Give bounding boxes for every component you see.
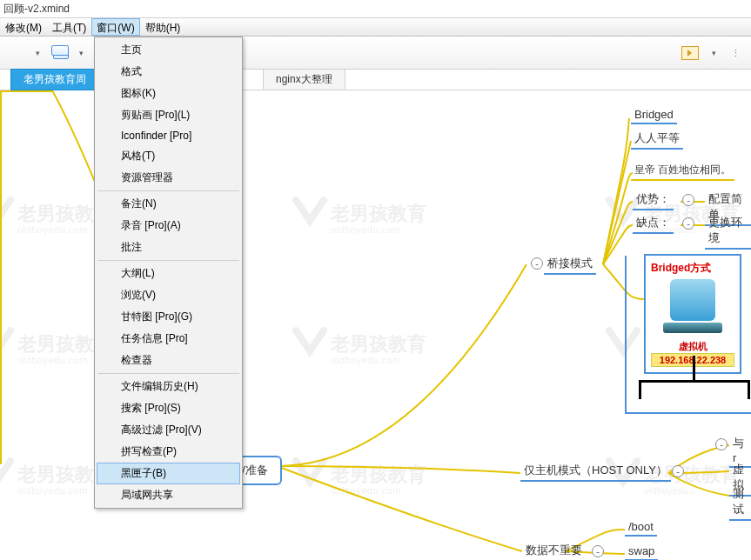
node-data-unimportant[interactable]: 数据不重要 — [522, 543, 586, 560]
menu-item[interactable]: 任务信息 [Pro] — [97, 328, 240, 350]
collapse-handle[interactable]: - — [715, 438, 728, 450]
node-test[interactable]: 测试 — [729, 486, 751, 521]
node-emperor[interactable]: 皇帝 百姓地位相同。 — [631, 163, 734, 181]
present-icon — [681, 46, 699, 60]
menu-item[interactable]: 文件编辑历史(H) — [97, 376, 240, 397]
menu-help[interactable]: 帮助(H) — [140, 18, 186, 36]
toolbar-btn-stack[interactable] — [49, 42, 73, 64]
toolbar-btn-left[interactable] — [5, 42, 30, 64]
menu-item[interactable]: 录音 [Pro](A) — [97, 215, 240, 237]
menu-item[interactable]: 黑匣子(B) — [97, 463, 240, 484]
stack-icon — [53, 47, 69, 59]
toolbar-drop-3[interactable]: ▾ — [709, 49, 718, 57]
menu-window[interactable]: 窗口(W) — [91, 18, 139, 36]
toolbar-present-button[interactable] — [678, 42, 702, 64]
toolbar-drop-1[interactable]: ▾ — [33, 49, 42, 57]
watermark: 老男孩教育oldboyedu.com — [331, 464, 426, 496]
node-bridge-mode[interactable]: 桥接模式 — [544, 256, 596, 275]
node-host-only[interactable]: 仅主机模式（HOST ONLY） — [520, 463, 671, 482]
collapse-handle[interactable]: - — [672, 465, 684, 477]
menu-item[interactable]: 批注 — [97, 237, 240, 258]
menu-modify[interactable]: 修改(M) — [0, 18, 47, 36]
tab-other[interactable]: nginx大整理 — [263, 69, 345, 90]
menu-item[interactable]: 局域网共享 — [97, 484, 240, 506]
toolbar-close-icon[interactable]: ⋮ — [728, 46, 742, 60]
menu-item[interactable]: 备注(N) — [97, 193, 240, 215]
menubar: 修改(M) 工具(T) 窗口(W) 帮助(H) — [0, 17, 751, 37]
node-swap[interactable]: swap — [625, 544, 658, 560]
node-boot[interactable]: /boot — [625, 520, 657, 537]
menu-item[interactable]: 资源管理器 — [97, 167, 240, 189]
menu-item[interactable]: 甘特图 [Pro](G) — [97, 306, 240, 328]
collapse-handle[interactable]: - — [531, 257, 543, 270]
menu-item[interactable]: 搜索 [Pro](S) — [97, 397, 240, 419]
node-equal[interactable]: 人人平等 — [631, 130, 683, 150]
window-menu-dropdown: 主页格式图标(K)剪贴画 [Pro](L)Iconfinder [Pro]风格(… — [94, 37, 243, 509]
menu-tools[interactable]: 工具(T) — [47, 18, 91, 36]
menu-item[interactable]: 格式 — [97, 61, 240, 83]
menu-item[interactable]: Iconfinder [Pro] — [97, 126, 240, 145]
menu-item[interactable]: 检查器 — [97, 350, 240, 371]
node-disadvantage[interactable]: 缺点： — [633, 215, 674, 234]
menu-item[interactable]: 主页 — [97, 39, 240, 61]
menu-item[interactable]: 大纲(L) — [97, 263, 240, 284]
node-advantage[interactable]: 优势： — [633, 191, 674, 210]
watermark: 老男孩教育oldboyedu.com — [331, 203, 426, 235]
menu-item[interactable]: 剪贴画 [Pro](L) — [97, 104, 240, 126]
diagram-vm-label: 虚拟机 — [651, 340, 734, 353]
watermark: 老男孩教育oldboyedu.com — [331, 334, 426, 365]
window-title: 回顾-v2.xmind — [0, 0, 751, 17]
menu-item[interactable]: 风格(T) — [97, 145, 240, 167]
server-icon — [658, 279, 728, 337]
menu-item[interactable]: 拼写检查(P) — [97, 441, 240, 463]
node-disadvantage-value[interactable]: 更换环境 — [705, 215, 751, 250]
collapse-handle[interactable]: - — [682, 217, 694, 230]
node-bridged[interactable]: Bridged — [631, 108, 677, 124]
menu-item[interactable]: 浏览(V) — [97, 284, 240, 306]
collapse-handle[interactable]: - — [592, 545, 604, 557]
toolbar-drop-2[interactable]: ▾ — [77, 49, 85, 57]
menu-item[interactable]: 图标(K) — [97, 83, 240, 104]
diagram-title: Bridged方式 — [651, 261, 734, 276]
tab-active[interactable]: 老男孩教育周 — [10, 69, 99, 90]
collapse-handle[interactable]: - — [682, 194, 694, 206]
menu-item[interactable]: 高级过滤 [Pro](V) — [97, 419, 240, 441]
